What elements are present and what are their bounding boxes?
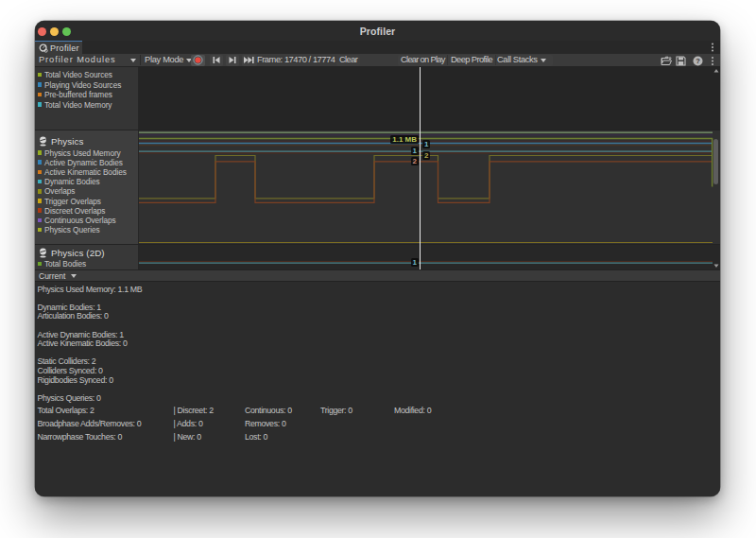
detail-stat-line: Active Dynamic Bodies: 1 (38, 330, 124, 339)
next-frame-button[interactable] (226, 55, 239, 66)
tab-bar: Profiler (35, 41, 720, 54)
counter-value-badge: 1 (422, 140, 430, 148)
kebab-menu-icon[interactable] (709, 56, 716, 66)
counter-step-line-discreet-overlaps (139, 161, 713, 202)
detail-table-cell: Trigger: 0 (320, 406, 352, 415)
chevron-down-icon (541, 59, 546, 62)
detail-stat-line: Dynamic Bodies: 1 (38, 303, 101, 312)
window-title: Profiler (35, 21, 720, 41)
save-profile-icon[interactable] (676, 56, 686, 66)
counter-value-badge: 2 (422, 151, 430, 160)
profiler-window: Profiler Profiler Profiler Modules Play … (35, 21, 720, 496)
detail-stat-line: Static Colliders: 2 (38, 356, 96, 366)
tab-pane-menu-icon[interactable] (709, 42, 716, 53)
detail-table-cell: Lost: 0 (245, 432, 267, 442)
help-icon[interactable]: ? (693, 56, 703, 66)
play-mode-dropdown[interactable]: Play Mode (145, 54, 183, 66)
detail-table-cell: Modified: 0 (394, 406, 431, 415)
chart-plot (35, 67, 720, 270)
scroll-up-icon[interactable] (713, 68, 719, 74)
details-pane: Physics Used Memory: 1.1 MBDynamic Bodie… (35, 282, 720, 496)
current-frame-bar: Current (35, 269, 720, 282)
current-dropdown[interactable]: Current (39, 270, 65, 282)
tab-profiler[interactable]: Profiler (35, 41, 82, 54)
scroll-down-icon[interactable] (713, 263, 719, 269)
previous-frame-button[interactable] (210, 55, 223, 66)
chart-area: Total Video SourcesPlaying Video Sources… (35, 67, 720, 270)
load-profile-icon[interactable] (661, 56, 673, 66)
detail-table-cell: Broadphase Adds/Removes: 0 (38, 419, 142, 428)
profiler-gauge-icon (39, 43, 48, 53)
detail-stat-line: Colliders Synced: 0 (38, 366, 103, 375)
detail-stat-line: Physics Queries: 0 (38, 393, 101, 403)
tab-label: Profiler (50, 43, 79, 53)
deep-profile-button[interactable]: Deep Profile (451, 54, 492, 66)
toolbar: Profiler Modules Play Mode (35, 54, 720, 67)
counter-value-badge: 1.1 MB (390, 135, 419, 144)
detail-table-cell: | Adds: 0 (174, 419, 203, 428)
toolbar-separator (495, 55, 496, 65)
selected-frame-playhead[interactable] (420, 67, 421, 270)
counter-value-badge: 1 (411, 147, 419, 155)
detail-stat-line: Rigidbodies Synced: 0 (38, 375, 113, 385)
detail-table-cell: | Discreet: 2 (174, 406, 214, 415)
current-frame-button[interactable] (242, 55, 257, 66)
toolbar-separator (140, 55, 141, 65)
detail-table-cell: Continuous: 0 (245, 406, 292, 415)
detail-stat-line: Active Kinematic Bodies: 0 (38, 338, 128, 348)
svg-text:?: ? (696, 57, 700, 65)
chevron-down-icon (130, 59, 136, 62)
detail-table-cell: Removes: 0 (245, 419, 285, 428)
current-frame-icon (244, 57, 254, 63)
chart-vertical-scrollbar[interactable] (713, 67, 719, 270)
frame-counter: Frame: 17470 / 17774 (257, 54, 335, 66)
detail-stat-line: Articulation Bodies: 0 (38, 311, 109, 321)
record-button[interactable] (191, 55, 205, 66)
detail-table-cell: Narrowphase Touches: 0 (38, 432, 122, 442)
detail-stat-line: Physics Used Memory: 1.1 MB (38, 285, 143, 294)
detail-table-cell: | New: 0 (174, 432, 201, 442)
next-frame-icon (229, 57, 236, 63)
detail-table-cell: Total Overlaps: 2 (38, 406, 94, 415)
profiler-modules-dropdown[interactable]: Profiler Modules (39, 54, 116, 66)
scrollbar-thumb[interactable] (713, 139, 718, 184)
chevron-down-icon (71, 274, 77, 278)
window-titlebar[interactable]: Profiler (35, 21, 720, 41)
previous-frame-icon (213, 57, 220, 63)
counter-value-badge: 2 (411, 157, 419, 165)
counter-value-badge: 1 (411, 258, 419, 267)
record-icon (193, 55, 203, 65)
clear-on-play-button[interactable]: Clear on Play (401, 54, 445, 66)
clear-button[interactable]: Clear (339, 54, 357, 66)
toolbar-separator (447, 55, 448, 65)
call-stacks-dropdown[interactable]: Call Stacks (497, 54, 538, 66)
